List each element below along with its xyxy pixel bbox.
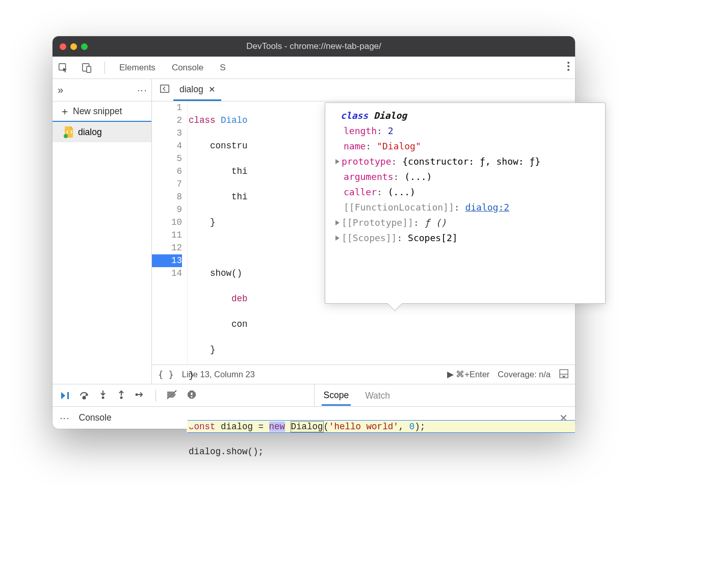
step-icon[interactable] (135, 389, 145, 402)
window-title: DevTools - chrome://new-tab-page/ (53, 41, 575, 51)
svg-rect-6 (161, 85, 169, 93)
editor-tabbar: dialog ✕ (152, 79, 575, 101)
tooltip-row-prototype[interactable]: prototype: {constructor: ƒ, show: ƒ} (344, 154, 595, 169)
svg-point-3 (567, 62, 569, 64)
snippet-list: dialog (53, 122, 151, 384)
sidebar-more-icon[interactable]: ⋮ (138, 86, 147, 94)
editor-tab-dialog[interactable]: dialog ✕ (173, 79, 221, 101)
function-location-link[interactable]: dialog:2 (465, 202, 509, 213)
step-out-icon[interactable] (117, 389, 126, 402)
inspect-element-icon[interactable] (58, 62, 69, 73)
titlebar: DevTools - chrome://new-tab-page/ (53, 36, 575, 57)
svg-point-4 (567, 65, 569, 67)
devtools-window: DevTools - chrome://new-tab-page/ Elemen… (53, 36, 575, 429)
step-over-icon[interactable] (79, 389, 89, 402)
new-snippet-label: New snippet (73, 106, 122, 117)
object-preview-tooltip: class Dialog length: 2 name: "Dialog" pr… (325, 102, 606, 304)
minimize-window-icon[interactable] (70, 43, 77, 50)
expand-navigator-icon[interactable]: » (58, 84, 63, 96)
main-tabbar: Elements Console S (53, 57, 575, 79)
svg-point-9 (83, 396, 86, 399)
tab-elements[interactable]: Elements (117, 63, 158, 73)
expand-icon (335, 159, 340, 164)
console-tab-label[interactable]: Console (79, 412, 112, 423)
line-gutter: 1234567891011121314 (152, 101, 188, 365)
svg-point-11 (120, 396, 123, 399)
tab-sources[interactable]: S (218, 63, 227, 73)
tooltip-row-scopes[interactable]: [[Scopes]]: Scopes[2] (344, 230, 595, 246)
step-into-icon[interactable] (98, 389, 108, 402)
svg-rect-8 (67, 392, 69, 399)
tab-console[interactable]: Console (170, 63, 205, 73)
svg-rect-2 (87, 66, 91, 72)
pretty-print-button[interactable]: { } (158, 370, 174, 380)
execution-line: const dialog = new Dialog('hello world',… (188, 420, 575, 433)
close-window-icon[interactable] (60, 43, 66, 50)
device-toggle-icon[interactable] (81, 62, 92, 73)
snippet-item-label: dialog (78, 127, 102, 138)
sidebar: » ⋮ ＋ New snippet dialog (53, 79, 152, 384)
snippet-item-dialog[interactable]: dialog (53, 122, 151, 142)
deactivate-breakpoints-icon[interactable] (166, 389, 177, 402)
expand-icon (335, 220, 340, 225)
maximize-window-icon[interactable] (81, 43, 88, 50)
new-snippet-button[interactable]: ＋ New snippet (53, 101, 151, 122)
tooltip-row-internal-prototype[interactable]: [[Prototype]]: ƒ () (344, 215, 595, 230)
console-more-icon[interactable]: ⋮ (60, 414, 69, 422)
sidebar-nav-row: » ⋮ (53, 79, 151, 101)
traffic-lights (60, 43, 88, 50)
resume-icon[interactable] (60, 391, 70, 401)
svg-point-5 (567, 69, 569, 71)
snippet-file-icon (65, 126, 74, 138)
svg-point-10 (102, 396, 105, 399)
expand-icon (335, 236, 340, 241)
close-tab-icon[interactable]: ✕ (209, 85, 215, 94)
plus-icon: ＋ (60, 105, 70, 118)
svg-point-12 (136, 393, 138, 396)
more-menu-icon[interactable] (567, 61, 570, 74)
navigator-back-icon[interactable] (156, 81, 173, 99)
editor-tab-label: dialog (179, 84, 203, 95)
